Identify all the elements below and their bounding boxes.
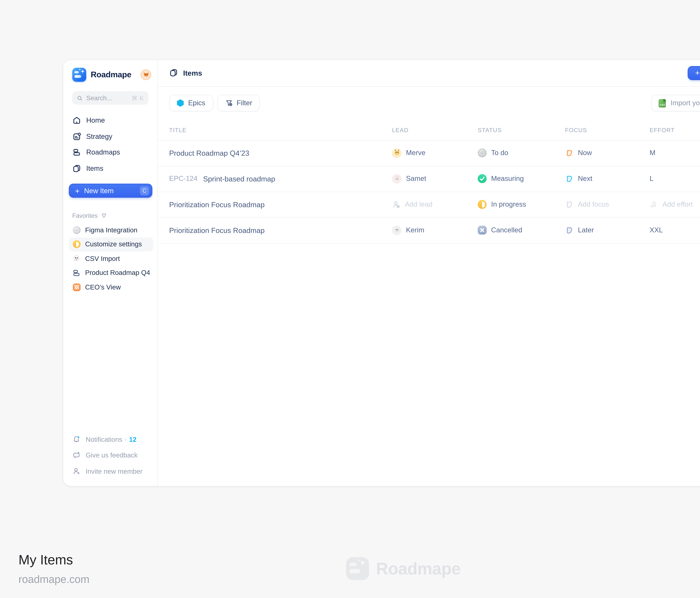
item-title: Sprint-based roadmap xyxy=(203,175,275,183)
effort-value: M xyxy=(650,149,655,157)
lead-cell[interactable]: Merve xyxy=(392,148,478,158)
filter-label: Filter xyxy=(236,99,252,107)
favorite-label: CEO’s View xyxy=(85,283,121,291)
add-lead-cell[interactable]: Add lead xyxy=(392,200,478,209)
favorite-item-customize-settings[interactable]: Customize settings xyxy=(69,237,153,251)
sidebar-footer: Notifications · 12 Give us feedback Invi… xyxy=(72,431,153,479)
effort-cell[interactable]: M xyxy=(650,149,700,157)
csv-file-icon: CSV xyxy=(659,99,666,107)
filter-button[interactable]: Filter xyxy=(217,95,260,111)
add-person-icon xyxy=(392,200,400,209)
workspace-header: Roadmape xyxy=(72,67,151,82)
footer-watermark: Roadmape xyxy=(0,557,700,580)
effort-cell[interactable]: XXL xyxy=(650,226,700,234)
app-logo-icon xyxy=(72,68,86,81)
search-shortcut: ⌘ K xyxy=(132,95,144,101)
lead-cell[interactable]: Kerim xyxy=(392,225,478,235)
status-in-progress-icon xyxy=(478,200,486,209)
column-title: TITLE xyxy=(169,126,392,133)
items-icon xyxy=(72,164,81,173)
import-items-button[interactable]: CSV Import your items xyxy=(652,95,700,111)
bell-icon xyxy=(72,435,81,444)
focus-next-icon xyxy=(565,175,573,183)
effort-dots-icon xyxy=(650,200,658,209)
sidebar-item-roadmaps[interactable]: Roadmaps xyxy=(72,145,153,160)
table-row[interactable]: Product Roadmap Q4’23 Merve To do Now xyxy=(158,141,700,166)
focus-later-icon xyxy=(565,226,573,234)
table-row[interactable]: Prioritization Focus Roadmap Kerim Cance… xyxy=(158,218,700,244)
roadmaps-icon xyxy=(72,269,81,277)
table-row[interactable]: Prioritization Focus Roadmap Add lead In… xyxy=(158,192,700,218)
new-item-shortcut-badge: C xyxy=(140,186,149,195)
favorite-item-ceos-view[interactable]: CEO’s View xyxy=(69,280,153,294)
search-placeholder: Search... xyxy=(86,95,112,101)
favorites-list: Figma Integration Customize settings CSV… xyxy=(63,223,157,294)
item-title-cell: EPC-124 Sprint-based roadmap xyxy=(169,175,392,183)
effort-value: L xyxy=(650,175,653,183)
orange-grid-app-icon xyxy=(72,283,81,291)
add-effort-label: Add effort xyxy=(662,201,693,208)
toolbar: Epics Filter CSV Import your items xyxy=(158,86,700,120)
watermark-logo-icon xyxy=(346,557,369,580)
favorite-item-product-roadmap-q4[interactable]: Product Roadmap Q4 xyxy=(69,266,153,280)
focus-now-icon xyxy=(565,149,573,157)
new-item-label: New Item xyxy=(84,187,114,195)
status-cell[interactable]: Measuring xyxy=(478,174,565,183)
epics-label: Epics xyxy=(188,99,205,107)
separator: · xyxy=(125,435,127,443)
focus-label: Now xyxy=(578,149,592,157)
focus-cell[interactable]: Now xyxy=(565,149,650,157)
page-header: Items + Create xyxy=(158,60,700,86)
epic-hexagon-icon xyxy=(177,99,184,107)
favorite-label: Figma Integration xyxy=(85,226,138,234)
status-measuring-icon xyxy=(478,174,486,183)
import-label: Import your items xyxy=(671,99,700,107)
status-cell[interactable]: Cancelled xyxy=(478,226,565,234)
status-todo-icon xyxy=(478,149,486,158)
status-cell[interactable]: In progress xyxy=(478,200,565,209)
invite-label: Invite new member xyxy=(86,467,143,475)
app-name: Roadmape xyxy=(91,70,131,79)
search-input[interactable]: Search... ⌘ K xyxy=(72,91,148,105)
create-button[interactable]: + Create xyxy=(688,66,700,80)
new-item-button[interactable]: + New Item C xyxy=(69,184,152,198)
status-label: In progress xyxy=(491,201,526,208)
home-icon xyxy=(72,116,81,125)
epics-filter-button[interactable]: Epics xyxy=(169,95,213,111)
sidebar-item-home[interactable]: Home xyxy=(72,113,153,128)
plus-icon: + xyxy=(75,187,80,195)
favorite-item-csv-import[interactable]: CSV Import xyxy=(69,251,153,266)
table-row[interactable]: EPC-124 Sprint-based roadmap Samet Measu… xyxy=(158,166,700,192)
invite-member-link[interactable]: Invite new member xyxy=(72,463,153,479)
search-icon xyxy=(77,95,83,101)
sidebar-item-strategy[interactable]: Strategy xyxy=(72,128,153,145)
column-focus: FOCUS xyxy=(565,126,650,133)
add-effort-cell[interactable]: Add effort xyxy=(650,200,700,209)
add-focus-cell[interactable]: Add focus xyxy=(565,200,650,209)
focus-cell[interactable]: Next xyxy=(565,175,650,183)
effort-cell[interactable]: L xyxy=(650,175,700,183)
focus-cell[interactable]: Later xyxy=(565,226,650,234)
feedback-link[interactable]: Give us feedback xyxy=(72,447,153,463)
workspace-avatar[interactable] xyxy=(141,69,151,80)
notifications-link[interactable]: Notifications · 12 xyxy=(72,431,153,447)
epic-id: EPC-124 xyxy=(169,175,198,183)
status-cell[interactable]: To do xyxy=(478,149,565,158)
page: Roadmape Search... ⌘ K Home Strategy xyxy=(0,0,700,598)
lead-name: Merve xyxy=(406,149,425,157)
nav-label: Roadmaps xyxy=(86,149,120,156)
item-title: Product Roadmap Q4’23 xyxy=(169,149,249,157)
page-title: Items xyxy=(183,69,202,77)
nav-label: Strategy xyxy=(86,132,112,141)
lead-name: Kerim xyxy=(406,226,424,234)
item-title-cell: Product Roadmap Q4’23 xyxy=(169,149,392,157)
sidebar-item-items[interactable]: Items xyxy=(72,160,153,176)
favorites-header[interactable]: Favorites xyxy=(72,212,148,219)
status-label: To do xyxy=(491,149,508,157)
lead-cell[interactable]: Samet xyxy=(392,174,478,183)
item-title-cell: Prioritization Focus Roadmap xyxy=(169,200,392,209)
items-icon xyxy=(169,69,178,77)
main-panel: Items + Create Epics Filter CSV xyxy=(158,60,700,486)
filter-funnel-icon xyxy=(225,99,233,107)
favorite-item-figma-integration[interactable]: Figma Integration xyxy=(69,223,153,237)
